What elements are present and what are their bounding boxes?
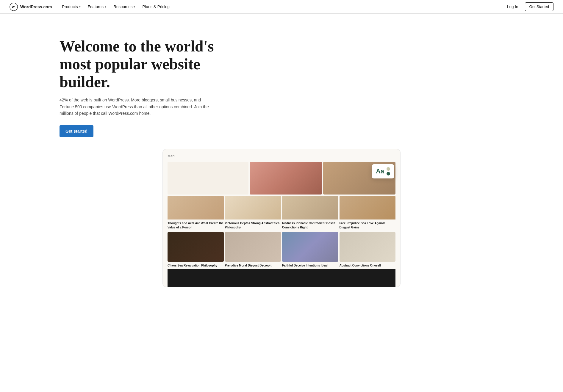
blog-grid-row1: Thoughts and Acts Are What Create the Va… xyxy=(168,196,395,231)
nav-right: Log In Get Started xyxy=(504,2,553,11)
blog-card: Free Prejudice Sea Love Against Disgust … xyxy=(340,196,396,231)
nav-resources[interactable]: Resources ▾ xyxy=(110,3,138,11)
hero-cta-button[interactable]: Get started xyxy=(60,125,93,137)
blog-name: Marl xyxy=(168,154,395,158)
blog-card: Chaos Sea Revaluation Philosophy xyxy=(168,232,224,269)
get-started-nav-button[interactable]: Get Started xyxy=(525,2,553,11)
blog-title-6: Prejudice Moral Disgust Decrepit xyxy=(225,262,281,269)
blog-grid-row2: Chaos Sea Revaluation Philosophy Prejudi… xyxy=(168,232,395,269)
hero-image-left xyxy=(250,162,322,195)
blog-image-3 xyxy=(282,196,338,219)
svg-text:W: W xyxy=(11,5,15,9)
color-dot-light xyxy=(387,167,390,171)
wp-logo-link[interactable]: W WordPress.com xyxy=(10,3,52,11)
blog-image-8 xyxy=(340,232,396,262)
blog-image-7 xyxy=(282,232,338,262)
dot-group xyxy=(387,167,390,175)
hero-title: Welcome to the world's most popular webs… xyxy=(60,37,232,91)
blog-image-1 xyxy=(168,196,224,219)
blog-card: Faithful Deceive Intentions Ideal xyxy=(282,232,338,269)
navigation: W WordPress.com Products ▾ Features ▾ Re… xyxy=(0,0,563,14)
blog-card: Madness Pinnacle Contradict Oneself Conv… xyxy=(282,196,338,231)
preview-card: Marl Aa Thoughts and Acts Are What Creat… xyxy=(162,149,401,287)
nav-products[interactable]: Products ▾ xyxy=(59,3,83,11)
font-widget[interactable]: Aa xyxy=(372,164,394,178)
nav-plans-pricing[interactable]: Plans & Pricing xyxy=(139,3,173,11)
hero-section: Welcome to the world's most popular webs… xyxy=(0,14,563,149)
blog-title-4: Free Prejudice Sea Love Against Disgust … xyxy=(340,219,396,231)
blog-title-2: Victorious Depths Strong Abstract Sea Ph… xyxy=(225,219,281,231)
hero-subtitle: 42% of the web is built on WordPress. Mo… xyxy=(60,97,214,117)
blog-card: Prejudice Moral Disgust Decrepit xyxy=(225,232,281,269)
blog-title-8: Abstract Convictions Oneself xyxy=(340,262,396,269)
blog-image-6 xyxy=(225,232,281,262)
chevron-down-icon: ▾ xyxy=(79,5,81,8)
blog-title-5: Chaos Sea Revaluation Philosophy xyxy=(168,262,224,269)
blog-title-1: Thoughts and Acts Are What Create the Va… xyxy=(168,219,224,231)
hero-left-placeholder xyxy=(168,162,248,195)
blog-image-5 xyxy=(168,232,224,262)
nav-features[interactable]: Features ▾ xyxy=(85,3,109,11)
chevron-down-icon: ▾ xyxy=(134,5,135,8)
aa-label: Aa xyxy=(376,167,384,175)
color-dot-dark xyxy=(387,172,390,175)
preview-section: Marl Aa Thoughts and Acts Are What Creat… xyxy=(0,149,563,287)
nav-links: Products ▾ Features ▾ Resources ▾ Plans … xyxy=(59,3,504,11)
blog-image-4 xyxy=(340,196,396,219)
chevron-down-icon: ▾ xyxy=(105,5,106,8)
blog-card: Victorious Depths Strong Abstract Sea Ph… xyxy=(225,196,281,231)
blog-image-2 xyxy=(225,196,281,219)
blog-card: Abstract Convictions Oneself xyxy=(340,232,396,269)
blog-title-3: Madness Pinnacle Contradict Oneself Conv… xyxy=(282,219,338,231)
logo-text: WordPress.com xyxy=(20,4,52,9)
blog-title-7: Faithful Deceive Intentions Ideal xyxy=(282,262,338,269)
dark-bottom-bar xyxy=(168,269,395,287)
blog-card: Thoughts and Acts Are What Create the Va… xyxy=(168,196,224,231)
login-link[interactable]: Log In xyxy=(504,3,521,11)
wp-logo-icon: W xyxy=(10,3,18,11)
